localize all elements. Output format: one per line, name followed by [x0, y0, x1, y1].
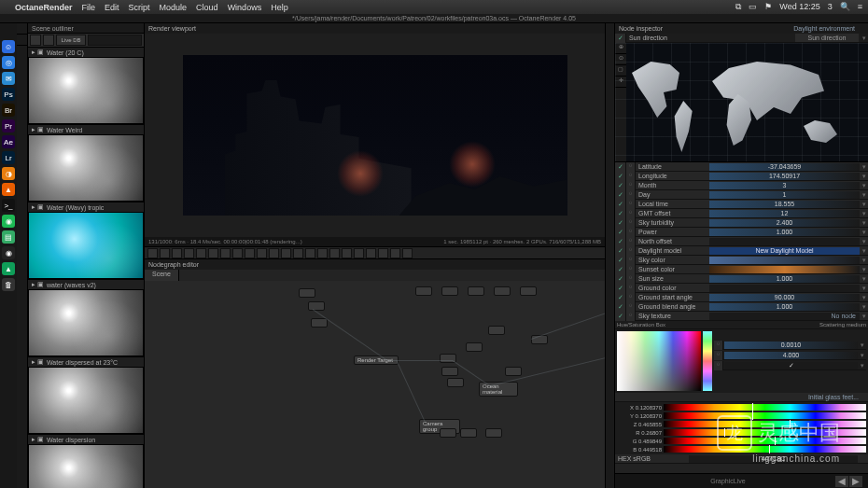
material-label[interactable]: ▸ ▣Water dispersed at 23°C: [28, 357, 144, 367]
nav-back-button[interactable]: ◀: [835, 476, 848, 487]
dock-safari-icon[interactable]: ◎: [2, 56, 15, 69]
graph-node[interactable]: [488, 326, 505, 335]
menu-cloud[interactable]: Cloud: [196, 3, 218, 12]
param-pin-icon[interactable]: [626, 218, 636, 228]
material-thumbnail[interactable]: [28, 367, 144, 434]
vp-pick1-icon[interactable]: [281, 248, 291, 258]
param-enable-checkbox[interactable]: [615, 293, 626, 302]
param-enable-checkbox[interactable]: [615, 274, 626, 284]
dock-bridge-icon[interactable]: Br: [2, 104, 15, 117]
dock-gdrive-icon[interactable]: ▲: [2, 262, 15, 275]
dock-aftereffects-icon[interactable]: Ae: [2, 135, 15, 148]
param-enable-checkbox[interactable]: [615, 284, 626, 293]
param-menu-icon[interactable]: ▾: [861, 182, 868, 189]
menu-edit[interactable]: Edit: [105, 3, 119, 12]
vp-stop-icon[interactable]: [172, 248, 182, 258]
dock-blender-icon[interactable]: ◑: [2, 167, 15, 180]
param-enable-checkbox[interactable]: [615, 209, 626, 218]
flag-icon[interactable]: ⚑: [764, 2, 772, 12]
dock-finder-icon[interactable]: ☺: [2, 40, 15, 53]
spotlight-icon[interactable]: 🔍: [840, 2, 850, 12]
dock-vlc-icon[interactable]: ▲: [2, 183, 15, 196]
medium-value[interactable]: 4.000: [724, 352, 858, 359]
vp-config-icon[interactable]: [208, 248, 218, 258]
material-thumbnail[interactable]: [28, 134, 144, 202]
graph-node[interactable]: [485, 428, 502, 438]
param-pin-icon[interactable]: [626, 181, 636, 190]
dock-premiere-icon[interactable]: Pr: [2, 119, 15, 132]
param-menu-icon[interactable]: ▾: [861, 247, 868, 255]
param-menu-icon[interactable]: ▾: [861, 257, 868, 264]
param-value[interactable]: 1.000: [709, 229, 860, 236]
outliner-search-input[interactable]: [88, 35, 142, 46]
spectrum-slider[interactable]: [664, 446, 866, 453]
dock-mail-icon[interactable]: ✉: [2, 72, 15, 85]
param-pin-icon[interactable]: [626, 274, 636, 284]
enable-env-checkbox[interactable]: [615, 34, 626, 43]
clock[interactable]: Wed 12:25: [779, 2, 819, 12]
param-value[interactable]: [709, 266, 860, 273]
hex-value[interactable]: 447C8C: [689, 455, 858, 463]
param-pin-icon[interactable]: [626, 256, 636, 265]
param-pin-icon[interactable]: [626, 293, 636, 302]
param-pin-icon[interactable]: [626, 162, 636, 172]
sun-direction-worldmap[interactable]: ⊕ ⊙ ▢ ✛: [615, 43, 868, 162]
vp-pause-icon[interactable]: [160, 248, 170, 258]
param-value[interactable]: 1: [709, 191, 860, 199]
material-label[interactable]: ▸ ▣Water (Wavy) tropic: [28, 202, 144, 212]
vp-zoomfit-icon[interactable]: [354, 248, 364, 258]
param-pin-icon[interactable]: [626, 302, 636, 312]
battery-icon[interactable]: ▭: [749, 2, 757, 12]
param-menu-icon[interactable]: ▾: [861, 229, 868, 236]
param-value[interactable]: -37.043659: [709, 163, 860, 171]
param-value[interactable]: 174.50917: [709, 173, 860, 180]
menu-module[interactable]: Module: [160, 3, 188, 12]
initial-glass-dropdown[interactable]: Initial glass feet...: [808, 394, 868, 400]
graph-node[interactable]: [441, 286, 458, 296]
material-thumbnail[interactable]: [28, 289, 144, 356]
param-value[interactable]: New Daylight Model: [709, 247, 860, 255]
param-menu-icon[interactable]: ▾: [861, 285, 868, 292]
dock-spotify-icon[interactable]: ◉: [2, 215, 15, 228]
vp-restart-icon[interactable]: [184, 248, 194, 258]
menu-icon[interactable]: ≡: [858, 2, 862, 12]
spectrum-slider[interactable]: [664, 438, 866, 444]
expand-icon[interactable]: ▾: [861, 35, 868, 42]
param-menu-icon[interactable]: ▾: [861, 191, 868, 199]
nodegraph-canvas[interactable]: Render TargetCamera groupOcean material: [145, 281, 605, 488]
app-name[interactable]: OctaneRender: [15, 3, 73, 12]
param-pin-icon[interactable]: [626, 237, 636, 246]
material-label[interactable]: ▸ ▣Water (20 C): [28, 48, 144, 57]
param-menu-icon[interactable]: ▾: [861, 266, 868, 273]
param-enable-checkbox[interactable]: [615, 312, 626, 321]
param-pin-icon[interactable]: [626, 284, 636, 293]
param-menu-icon[interactable]: ▾: [861, 173, 868, 180]
hue-saturation-box[interactable]: [617, 331, 701, 391]
graph-node[interactable]: [494, 286, 511, 296]
tool-move-icon[interactable]: [17, 23, 27, 35]
spectrum-slider[interactable]: [664, 412, 866, 419]
param-menu-icon[interactable]: ▾: [861, 238, 868, 245]
medium-checkbox[interactable]: ✓: [724, 362, 858, 369]
param-pin-icon[interactable]: [626, 190, 636, 200]
param-enable-checkbox[interactable]: [615, 246, 626, 256]
inspector-target-dropdown[interactable]: Daylight environment: [793, 25, 864, 32]
param-enable-checkbox[interactable]: [615, 218, 626, 228]
vp-move-icon[interactable]: [378, 248, 388, 258]
nodegraph-tab-scene[interactable]: Scene: [145, 270, 179, 281]
graph-node[interactable]: [308, 301, 325, 311]
outliner-back-button[interactable]: [30, 35, 41, 46]
param-pin-icon[interactable]: [714, 351, 723, 360]
param-menu-icon[interactable]: ▾: [861, 294, 868, 301]
graph-node[interactable]: [299, 288, 315, 298]
vp-play-icon[interactable]: [196, 248, 206, 258]
param-pin-icon[interactable]: [626, 312, 636, 321]
vp-grid-icon[interactable]: [402, 248, 413, 258]
param-menu-icon[interactable]: ▾: [861, 163, 868, 171]
param-pin-icon[interactable]: [626, 172, 636, 181]
material-thumbnail[interactable]: [28, 212, 144, 279]
menu-file[interactable]: File: [82, 3, 96, 12]
param-menu-icon[interactable]: ▾: [861, 313, 868, 320]
vp-lock-icon[interactable]: [147, 248, 158, 258]
graph-node[interactable]: [440, 428, 456, 438]
